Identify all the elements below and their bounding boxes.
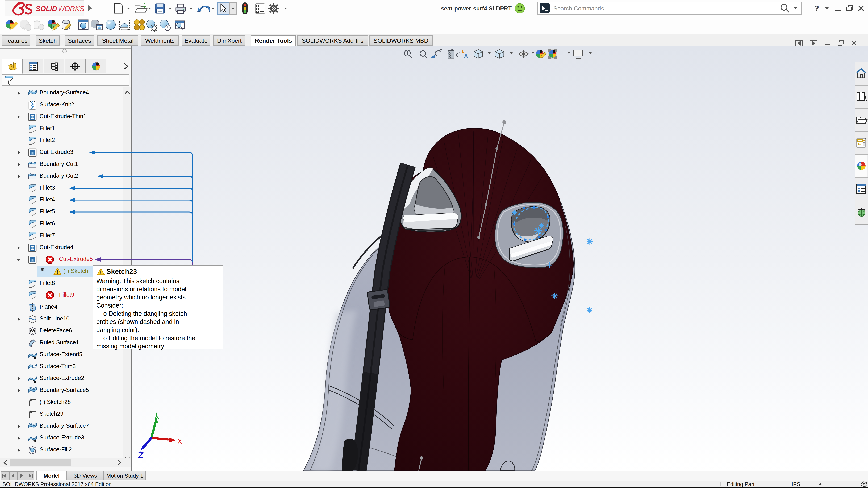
svg-text:SOLID: SOLID <box>36 5 57 12</box>
svg-text:X: X <box>178 437 182 445</box>
svg-text:WORKS: WORKS <box>58 5 84 12</box>
svg-text:Search Commands: Search Commands <box>553 5 604 12</box>
svg-text:?: ? <box>814 4 819 13</box>
svg-text:seat-power-surf4.SLDPRT: seat-power-surf4.SLDPRT <box>441 5 512 12</box>
svg-text:A: A <box>464 53 468 60</box>
